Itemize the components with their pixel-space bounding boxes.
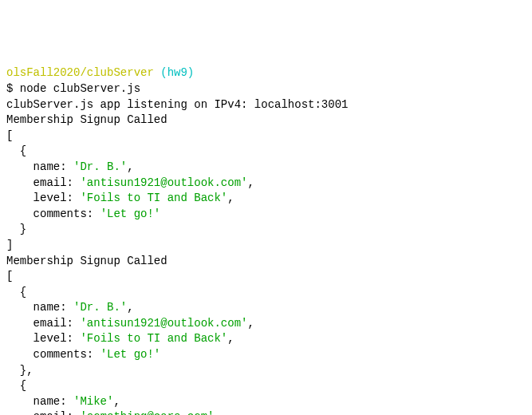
- terminal-output: olsFall2020/clubServer (hw9) $ node club…: [6, 65, 526, 415]
- field-label: name:: [6, 301, 73, 314]
- field-label: name:: [6, 395, 73, 408]
- output-line: Membership Signup Called: [6, 255, 167, 267]
- field-label: email:: [6, 176, 80, 189]
- comma: ,: [227, 332, 234, 345]
- comma: ,: [247, 176, 254, 189]
- field-value: 'Mike': [73, 395, 113, 408]
- field-value: 'Dr. B.': [73, 160, 127, 173]
- comma: ,: [113, 395, 120, 408]
- field-value: 'Foils to TI and Back': [80, 192, 227, 204]
- array-close: ]: [6, 239, 13, 251]
- comma: ,: [127, 301, 133, 314]
- field-value: 'Dr. B.': [73, 301, 127, 314]
- field-value: 'something@cars.com': [80, 410, 214, 415]
- prompt-path: olsFall2020/clubServer: [6, 66, 154, 79]
- field-label: comments:: [6, 208, 100, 220]
- object-open: {: [6, 144, 26, 157]
- field-value: 'Foils to TI and Back': [80, 332, 227, 345]
- output-line: Membership Signup Called: [6, 113, 167, 126]
- comma: ,: [247, 317, 254, 330]
- object-open: {: [6, 379, 26, 392]
- comma: ,: [127, 160, 133, 173]
- field-label: level:: [6, 192, 80, 204]
- array-open: [: [6, 129, 13, 142]
- prompt-branch: (hw9): [160, 66, 194, 79]
- array-open: [: [6, 270, 13, 283]
- object-open: {: [6, 286, 26, 298]
- field-label: name:: [6, 160, 73, 173]
- field-label: level:: [6, 332, 80, 345]
- field-value: 'Let go!': [100, 348, 161, 361]
- command-input[interactable]: node clubServer.js: [20, 82, 140, 95]
- comma: ,: [214, 410, 220, 415]
- field-value: 'Let go!': [100, 208, 161, 220]
- comma: ,: [227, 192, 234, 204]
- field-label: comments:: [6, 348, 100, 361]
- field-value: 'antisun1921@outlook.com': [80, 317, 247, 330]
- field-label: email:: [6, 317, 80, 330]
- field-label: email:: [6, 410, 80, 415]
- field-value: 'antisun1921@outlook.com': [80, 176, 247, 189]
- output-line: clubServer.js app listening on IPv4: loc…: [6, 98, 348, 111]
- object-close-comma: },: [6, 364, 33, 377]
- object-close: }: [6, 223, 26, 235]
